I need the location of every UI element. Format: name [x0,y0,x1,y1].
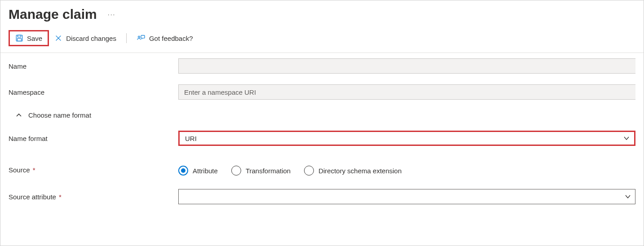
chevron-up-icon [16,112,22,119]
discard-button[interactable]: Discard changes [49,31,122,45]
required-asterisk: * [33,166,35,174]
required-asterisk: * [59,193,62,201]
save-button[interactable]: Save [9,30,49,46]
feedback-icon [137,34,146,42]
svg-rect-2 [18,39,22,41]
namespace-input[interactable] [178,84,635,100]
radio-label: Attribute [193,167,218,175]
svg-point-5 [138,36,140,38]
radio-icon [304,166,314,176]
name-format-label: Name format [9,135,178,142]
feedback-label: Got feedback? [149,35,193,42]
name-format-value: URI [185,135,197,142]
name-format-select[interactable]: URI [178,131,635,146]
toolbar-divider [126,33,127,43]
choose-name-format-label: Choose name format [28,111,91,119]
choose-name-format-toggle[interactable]: Choose name format [0,105,644,125]
svg-rect-6 [141,35,145,38]
page-title: Manage claim [9,7,97,22]
name-input[interactable] [178,58,635,74]
source-radio-group: Attribute Transformation Directory schem… [178,164,635,176]
toolbar: Save Discard changes Got feedb [0,24,644,53]
svg-rect-1 [18,35,21,37]
source-attribute-label: Source attribute [9,193,56,201]
radio-icon [178,166,188,176]
discard-label: Discard changes [66,35,116,42]
source-label: Source [9,166,30,174]
name-label: Name [9,62,178,70]
source-radio-attribute[interactable]: Attribute [178,166,218,176]
radio-icon [231,166,241,176]
save-icon [15,34,23,42]
radio-label: Transformation [246,167,291,175]
source-radio-transformation[interactable]: Transformation [231,166,291,176]
radio-label: Directory schema extension [318,167,401,175]
source-attribute-select[interactable] [178,189,635,204]
more-icon[interactable]: ··· [108,11,116,18]
save-label: Save [27,35,42,42]
feedback-button[interactable]: Got feedback? [131,31,198,45]
source-radio-directory-ext[interactable]: Directory schema extension [304,166,401,176]
close-icon [54,34,62,42]
namespace-label: Namespace [9,88,178,96]
